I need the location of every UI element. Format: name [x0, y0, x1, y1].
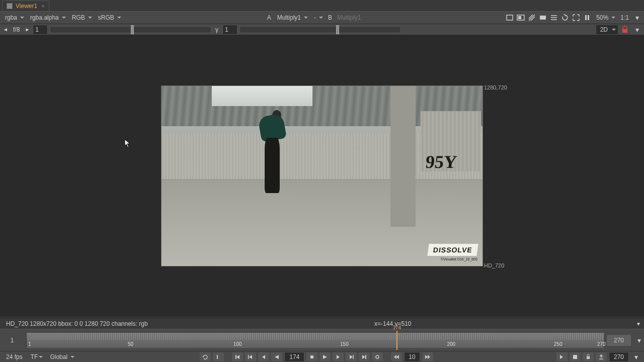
svg-rect-14	[573, 355, 577, 359]
clip-icon[interactable]	[538, 13, 548, 23]
step-back-icon[interactable]	[258, 352, 269, 361]
goto-start-icon[interactable]	[232, 352, 243, 361]
next-arrow-icon[interactable]: ►	[24, 25, 31, 34]
capture-icon[interactable]	[571, 13, 581, 23]
gamma-value[interactable]: 1	[222, 25, 237, 35]
playback-expand-icon[interactable]: ▾	[631, 352, 641, 362]
channel-dropdown[interactable]: rgba.alpha	[27, 13, 68, 22]
layer-dropdown[interactable]: rgba	[2, 13, 26, 22]
play-backward-icon[interactable]	[271, 352, 282, 361]
lock-playback-icon[interactable]	[583, 352, 594, 361]
colorspace-dropdown[interactable]: RGB	[69, 13, 94, 22]
svg-rect-3	[540, 16, 546, 20]
timeline: 1 1 50 100 150 200 250 270 270 ▾	[0, 329, 644, 351]
skip-frames-display[interactable]: 10	[404, 352, 420, 362]
viewer-tab[interactable]: Viewer1 ×	[2, 1, 49, 11]
gamma-slider[interactable]	[239, 26, 401, 33]
svg-rect-4	[585, 15, 587, 20]
fstop-slider[interactable]	[50, 26, 211, 33]
dissolve-copyright: ©Vizualist D16_22_003	[441, 257, 477, 261]
timeline-track[interactable]: 1 50 100 150 200 250 270	[26, 333, 605, 348]
image-frame: 95Y DISSOLVE ©Vizualist D16_22_003	[161, 85, 483, 266]
end-frame-display[interactable]: 270	[609, 352, 629, 362]
pause-icon[interactable]	[582, 13, 592, 23]
render-icon[interactable]	[570, 352, 581, 361]
svg-point-13	[376, 355, 379, 358]
tab-bar: Viewer1 ×	[0, 0, 644, 11]
top-resolution-label: 1280,720	[484, 84, 507, 90]
stripes-icon[interactable]	[527, 13, 537, 23]
prev-arrow-icon[interactable]: ◄	[2, 25, 9, 34]
svg-rect-5	[588, 15, 589, 20]
exposure-bar: ◄ f/8 ► 1 γ 1 2D ▾	[0, 24, 644, 35]
zoom-dropdown[interactable]: 50%	[593, 13, 617, 22]
svg-rect-9	[248, 355, 249, 359]
fstop-value[interactable]: 1	[33, 25, 48, 35]
svg-rect-15	[587, 356, 590, 359]
input-b-value: Multiply1	[335, 14, 363, 21]
out-point-icon[interactable]	[372, 352, 383, 361]
step-forward-keyframe-icon[interactable]	[346, 352, 357, 361]
export-icon[interactable]	[596, 352, 607, 361]
image-info: HD_720 644x362 bbox: 0 0 1280 720 chann…	[6, 320, 148, 327]
goto-end-icon[interactable]	[359, 352, 370, 361]
timeline-start-frame[interactable]: 1	[0, 337, 24, 344]
svg-rect-0	[507, 15, 513, 20]
step-back-keyframe-icon[interactable]	[245, 352, 256, 361]
gamma-label: γ	[213, 26, 220, 33]
timeline-expand-icon[interactable]: ▾	[634, 335, 644, 345]
mouse-cursor	[124, 139, 131, 148]
fps-label[interactable]: 24 fps	[3, 353, 26, 360]
display-dropdown[interactable]: sRGB	[95, 13, 123, 22]
play-forward-icon[interactable]	[319, 352, 331, 361]
more-icon[interactable]: ▾	[632, 13, 642, 23]
wipe-dropdown[interactable]: -	[311, 13, 325, 22]
svg-rect-2	[518, 16, 521, 19]
tf-dropdown[interactable]: TF	[28, 352, 45, 361]
svg-rect-12	[365, 355, 366, 359]
expand-icon[interactable]: ▾	[632, 25, 642, 35]
svg-rect-6	[622, 29, 627, 33]
playback-bar: 24 fps TF Global 174 10 270 ▾	[0, 351, 644, 362]
bottom-resolution-label: HD_720	[484, 262, 504, 268]
tab-color-indicator	[7, 3, 13, 9]
current-frame-display[interactable]: 174	[284, 352, 304, 362]
svg-rect-10	[310, 355, 313, 358]
viewport[interactable]: 95Y DISSOLVE ©Vizualist D16_22_003 1280,…	[0, 35, 644, 317]
svg-rect-7	[217, 355, 218, 359]
dissolve-logo: DISSOLVE	[428, 244, 478, 256]
proxy-icon[interactable]	[516, 13, 526, 23]
playhead[interactable]	[396, 331, 397, 350]
input-a-label: A	[265, 14, 273, 21]
step-forward-icon[interactable]	[333, 352, 344, 361]
status-bar: HD_720 644x362 bbox: 0 0 1280 720 chann…	[0, 318, 644, 329]
close-icon[interactable]: ×	[41, 3, 44, 9]
global-dropdown[interactable]: Global	[47, 352, 76, 361]
timeline-end-frame[interactable]: 270	[607, 335, 631, 346]
loop-icon[interactable]	[200, 352, 211, 361]
person-silhouette	[255, 110, 285, 201]
skip-back-icon[interactable]	[391, 352, 402, 361]
region-icon[interactable]	[505, 13, 515, 23]
in-point-icon[interactable]	[213, 352, 224, 361]
input-b-label: B	[326, 14, 334, 21]
record-icon[interactable]	[556, 352, 568, 361]
skip-forward-icon[interactable]	[422, 352, 433, 361]
fstop-thumb[interactable]	[131, 25, 134, 34]
refresh-icon[interactable]	[560, 13, 570, 23]
svg-rect-11	[353, 355, 354, 359]
stop-icon[interactable]	[306, 352, 317, 361]
svg-rect-8	[235, 355, 236, 359]
lines-icon[interactable]	[549, 13, 559, 23]
input-a-dropdown[interactable]: Multiply1	[274, 13, 310, 22]
gamma-thumb[interactable]	[336, 25, 339, 34]
graffiti-text: 95Y	[425, 151, 458, 172]
tab-title: Viewer1	[16, 3, 37, 10]
viewer-toolbar: rgba rgba.alpha RGB sRGB A Multiply1 - B…	[0, 11, 644, 24]
status-expand-icon[interactable]: ▾	[637, 320, 640, 327]
fstop-label[interactable]: f/8	[11, 26, 22, 33]
lock-icon[interactable]	[620, 25, 630, 35]
ratio-button[interactable]: 1:1	[618, 14, 631, 21]
view-mode-dropdown[interactable]: 2D	[596, 25, 618, 34]
